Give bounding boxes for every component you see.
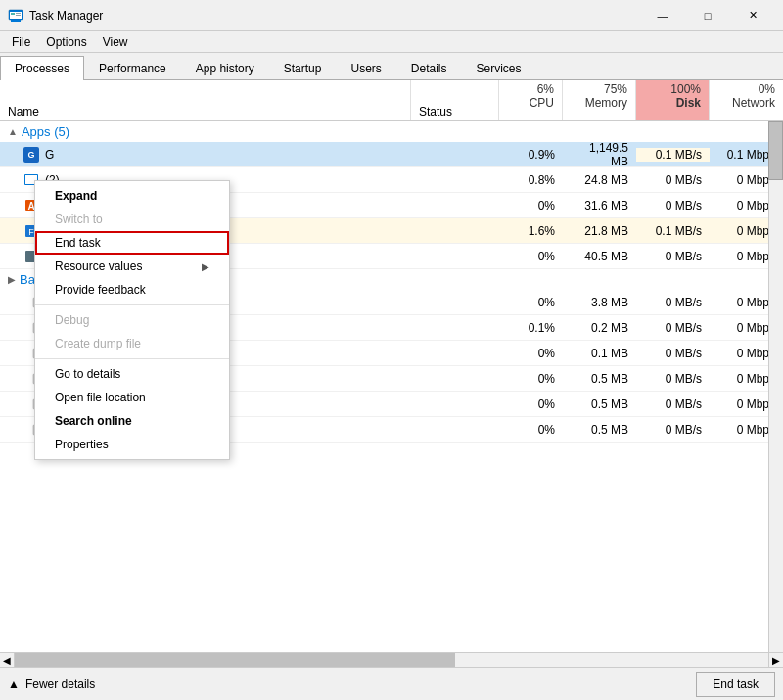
background-expand-icon: ▶	[8, 274, 16, 285]
status-bar: ▲ Fewer details End task	[0, 667, 783, 700]
cell-cpu: 0%	[499, 372, 563, 386]
submenu-arrow: ▶	[202, 261, 209, 272]
fewer-details-btn[interactable]: ▲ Fewer details	[8, 677, 95, 691]
ctx-search-online[interactable]: Search online	[35, 409, 229, 433]
tab-app-history[interactable]: App history	[181, 56, 269, 79]
hscrollbar-thumb[interactable]	[15, 653, 455, 668]
tab-startup[interactable]: Startup	[269, 56, 337, 79]
column-headers: Name Status 6% CPU 75% Memory 100% Disk …	[0, 80, 783, 121]
cell-cpu: 0%	[499, 423, 563, 437]
svg-rect-4	[16, 13, 21, 14]
context-menu: Expand Switch to End task Resource value…	[34, 180, 230, 460]
title-bar: Task Manager — □ ✕	[0, 0, 783, 31]
ctx-provide-feedback[interactable]: Provide feedback	[35, 278, 229, 302]
menu-file[interactable]: File	[4, 33, 38, 51]
cell-memory: 0.5 MB	[563, 397, 636, 411]
hscrollbar-left-btn[interactable]: ◀	[0, 653, 15, 668]
process-table[interactable]: ▲ Apps (5) G G 0.9% 1,149.5 MB 0.1 MB/s …	[0, 121, 783, 652]
hscrollbar-right-btn[interactable]: ▶	[768, 653, 783, 668]
menu-options[interactable]: Options	[38, 33, 94, 51]
scrollbar-thumb[interactable]	[768, 121, 783, 180]
cell-disk: 0 MB/s	[636, 397, 710, 411]
table-row[interactable]: G G 0.9% 1,149.5 MB 0.1 MB/s 0.1 Mbps	[0, 142, 783, 167]
cell-disk: 0 MB/s	[636, 173, 710, 187]
col-header-memory[interactable]: 75% Memory	[563, 80, 636, 120]
cell-cpu: 0.9%	[499, 148, 563, 162]
cell-disk: 0 MB/s	[636, 347, 710, 360]
ctx-resource-values[interactable]: Resource values ▶	[35, 255, 229, 278]
cell-memory: 0.5 MB	[563, 423, 636, 437]
horizontal-scrollbar[interactable]: ◀ ▶	[0, 652, 783, 667]
apps-section-label: Apps (5)	[22, 124, 69, 139]
cell-memory: 21.8 MB	[563, 224, 636, 238]
ctx-create-dump: Create dump file	[35, 332, 229, 355]
app-icon	[8, 8, 23, 23]
cell-disk: 0 MB/s	[636, 321, 710, 335]
ctx-open-file-location[interactable]: Open file location	[35, 386, 229, 409]
col-header-network[interactable]: 0% Network	[710, 80, 783, 120]
cell-memory: 3.8 MB	[563, 296, 636, 309]
cell-cpu: 0.8%	[499, 173, 563, 187]
cell-cpu: 1.6%	[499, 224, 563, 238]
cell-disk: 0 MB/s	[636, 372, 710, 386]
window-controls: — □ ✕	[640, 0, 775, 31]
maximize-button[interactable]: □	[685, 0, 730, 31]
col-header-cpu[interactable]: 6% CPU	[499, 80, 563, 120]
cell-cpu: 0.1%	[499, 321, 563, 335]
ctx-separator-2	[35, 358, 229, 359]
cell-cpu: 0%	[499, 347, 563, 360]
tab-details[interactable]: Details	[396, 56, 462, 79]
cell-disk: 0 MB/s	[636, 423, 710, 437]
svg-rect-5	[16, 15, 21, 16]
menu-bar: File Options View	[0, 31, 783, 53]
ctx-debug: Debug	[35, 308, 229, 332]
vertical-scrollbar[interactable]	[768, 121, 783, 652]
ctx-go-to-details[interactable]: Go to details	[35, 362, 229, 386]
window-title: Task Manager	[29, 9, 640, 23]
col-header-disk[interactable]: 100% Disk	[636, 80, 710, 120]
cell-memory: 1,149.5 MB	[563, 141, 636, 168]
ctx-switch-to: Switch to	[35, 208, 229, 231]
cell-memory: 31.6 MB	[563, 199, 636, 212]
ctx-end-task[interactable]: End task	[35, 231, 229, 255]
cell-name: G G	[0, 147, 411, 163]
ctx-properties[interactable]: Properties	[35, 433, 229, 456]
cell-disk: 0.1 MB/s	[636, 224, 710, 238]
cell-memory: 0.2 MB	[563, 321, 636, 335]
cell-memory: 24.8 MB	[563, 173, 636, 187]
apps-section-header[interactable]: ▲ Apps (5)	[0, 121, 783, 142]
tab-bar: Processes Performance App history Startu…	[0, 53, 783, 80]
process-icon: G	[23, 147, 39, 163]
cell-memory: 40.5 MB	[563, 250, 636, 263]
cell-cpu: 0%	[499, 199, 563, 212]
cell-disk: 0 MB/s	[636, 250, 710, 263]
ctx-separator-1	[35, 304, 229, 305]
col-header-name[interactable]: Name	[0, 80, 411, 120]
cell-memory: 0.5 MB	[563, 372, 636, 386]
main-content: Name Status 6% CPU 75% Memory 100% Disk …	[0, 80, 783, 667]
fewer-details-chevron: ▲	[8, 677, 20, 691]
background-section-label: Ba	[20, 272, 35, 287]
close-button[interactable]: ✕	[730, 0, 775, 31]
svg-rect-1	[11, 20, 21, 22]
tab-processes[interactable]: Processes	[0, 56, 84, 80]
minimize-button[interactable]: —	[640, 0, 685, 31]
fewer-details-label: Fewer details	[25, 677, 95, 691]
hscrollbar-track[interactable]	[15, 653, 768, 668]
tab-services[interactable]: Services	[462, 56, 536, 79]
cell-cpu: 0%	[499, 250, 563, 263]
tab-users[interactable]: Users	[336, 56, 395, 79]
end-task-button[interactable]: End task	[696, 672, 775, 697]
cell-disk: 0.1 MB/s	[636, 148, 710, 162]
apps-expand-icon: ▲	[8, 126, 18, 137]
svg-rect-3	[11, 13, 15, 15]
cell-memory: 0.1 MB	[563, 347, 636, 360]
ctx-expand[interactable]: Expand	[35, 184, 229, 208]
cell-disk: 0 MB/s	[636, 199, 710, 212]
menu-view[interactable]: View	[95, 33, 136, 51]
cell-disk: 0 MB/s	[636, 296, 710, 309]
cell-cpu: 0%	[499, 296, 563, 309]
tab-performance[interactable]: Performance	[84, 56, 181, 79]
cell-cpu: 0%	[499, 397, 563, 411]
col-header-status[interactable]: Status	[411, 80, 499, 120]
